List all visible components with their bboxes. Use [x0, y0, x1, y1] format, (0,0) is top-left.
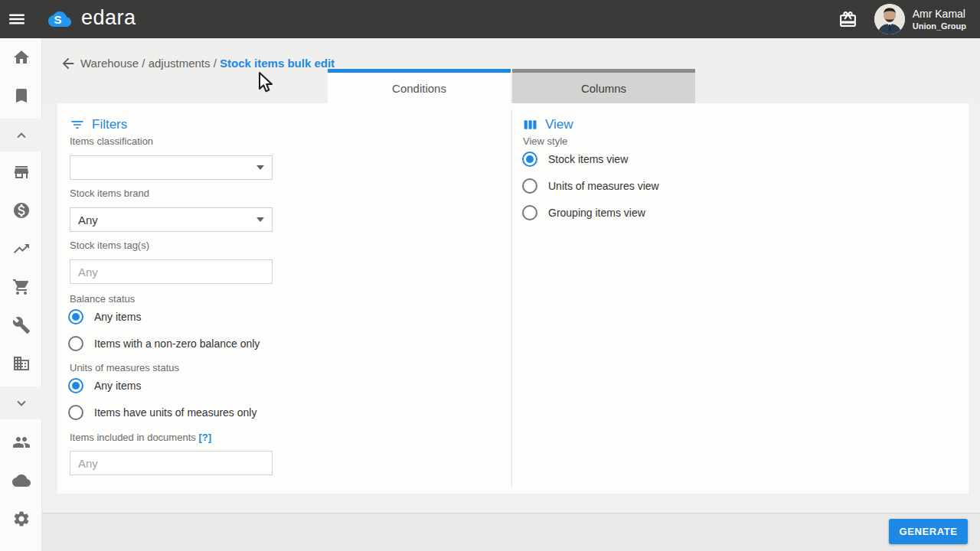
user-menu[interactable]: Amr Kamal Union_Group	[913, 8, 966, 31]
balance-status-option-any[interactable]: Any items	[68, 309, 141, 324]
breadcrumb: Warehouse / adjustments / Stock items bu…	[80, 57, 335, 70]
filter-icon	[70, 117, 85, 132]
user-name: Amr Kamal	[913, 8, 966, 21]
help-link[interactable]: [?]	[198, 432, 211, 443]
dropdown-caret-icon	[256, 165, 264, 170]
balance-status-label: Balance status	[70, 293, 135, 305]
balance-status-option-nonzero[interactable]: Items with a non-zero balance only	[68, 336, 260, 351]
main-panel: Filters Items classification Stock items…	[57, 103, 969, 494]
cart-icon	[12, 278, 31, 296]
home-icon	[12, 48, 31, 67]
radio-checked-icon[interactable]	[68, 309, 83, 324]
wrench-icon	[12, 316, 31, 334]
people-icon	[12, 433, 31, 452]
sidebar-item-reports[interactable]	[0, 233, 42, 265]
radio-label: Grouping items view	[548, 207, 645, 219]
sidebar-item-finance[interactable]	[0, 194, 42, 227]
stock-items-tags-label: Stock items tag(s)	[70, 240, 149, 251]
items-classification-label: Items classification	[70, 135, 153, 147]
view-option-grouping-items[interactable]: Grouping items view	[522, 205, 645, 220]
radio-label: Items with a non-zero balance only	[94, 337, 260, 350]
money-icon	[12, 201, 31, 220]
sidebar-item-bookmarks[interactable]	[0, 80, 42, 112]
sidebar-item-store[interactable]	[0, 156, 42, 188]
columns-view-icon	[523, 117, 538, 132]
tab-columns[interactable]: Columns	[512, 69, 695, 103]
menu-icon[interactable]	[0, 0, 34, 38]
cloud-icon	[12, 471, 31, 490]
items-classification-select[interactable]	[70, 155, 273, 180]
brand-name: edara	[81, 8, 136, 31]
trending-up-icon	[12, 240, 31, 258]
svg-text:S: S	[54, 13, 61, 26]
view-style-label: View style	[523, 135, 567, 147]
radio-unchecked-icon[interactable]	[68, 336, 83, 351]
sidebar-item-tools[interactable]	[0, 309, 42, 341]
sidebar-item-company[interactable]	[0, 347, 42, 380]
stock-items-brand-select[interactable]: Any	[70, 207, 273, 232]
breadcrumb-path[interactable]: Warehouse / adjustments /	[80, 57, 220, 70]
chevron-down-icon	[13, 395, 30, 412]
view-option-units-of-measures[interactable]: Units of measures view	[522, 178, 659, 194]
building-icon	[12, 354, 31, 373]
back-arrow-icon[interactable]	[60, 55, 78, 73]
radio-label: Items have units of measures only	[94, 406, 256, 419]
radio-unchecked-icon[interactable]	[522, 178, 537, 194]
avatar[interactable]	[874, 4, 905, 34]
radio-unchecked-icon[interactable]	[522, 205, 537, 220]
units-status-option-any[interactable]: Any items	[68, 378, 141, 393]
radio-label: Stock items view	[548, 153, 628, 165]
generate-button[interactable]: GENERATE	[889, 519, 968, 544]
footer-bar	[0, 514, 980, 551]
breadcrumb-current: Stock items bulk edit	[220, 57, 335, 70]
edara-logo[interactable]: S edara	[44, 8, 136, 31]
dropdown-caret-icon	[256, 217, 264, 222]
bookmark-icon	[12, 86, 31, 105]
radio-checked-icon[interactable]	[522, 152, 537, 167]
chevron-up-icon	[13, 127, 30, 144]
edara-cloud-logo: S	[44, 8, 75, 31]
store-icon	[12, 163, 31, 181]
stock-items-brand-value: Any	[78, 214, 98, 227]
tab-conditions[interactable]: Conditions	[328, 69, 511, 103]
sidebar-item-settings[interactable]	[0, 503, 42, 535]
panel-divider	[511, 109, 512, 487]
gift-icon[interactable]	[833, 0, 864, 38]
view-option-stock-items[interactable]: Stock items view	[522, 152, 628, 167]
radio-label: Any items	[94, 311, 141, 323]
sidebar-item-home[interactable]	[0, 41, 42, 73]
radio-unchecked-icon[interactable]	[68, 405, 83, 420]
filters-title-label: Filters	[92, 117, 127, 132]
units-status-label: Units of measures status	[70, 362, 179, 373]
gear-icon	[12, 510, 31, 528]
radio-label: Any items	[94, 380, 141, 392]
view-section-title: View	[523, 117, 573, 132]
breadcrumb-bar: Warehouse / adjustments / Stock items bu…	[42, 38, 980, 103]
sidebar	[0, 38, 42, 551]
items-in-documents-input[interactable]	[70, 451, 273, 475]
sidebar-item-users[interactable]	[0, 426, 42, 458]
filters-section-title: Filters	[70, 117, 127, 132]
radio-label: Units of measures view	[548, 180, 659, 192]
sidebar-collapse-down[interactable]	[0, 386, 42, 419]
sidebar-item-sales[interactable]	[0, 271, 42, 303]
stock-items-brand-label: Stock items brand	[70, 187, 149, 199]
sidebar-item-cloud[interactable]	[0, 465, 42, 497]
user-org: Union_Group	[913, 21, 966, 31]
units-status-option-have-units[interactable]: Items have units of measures only	[68, 405, 256, 420]
items-in-documents-label: Items included in documents [?]	[70, 432, 211, 443]
sidebar-collapse-up[interactable]	[0, 119, 42, 152]
radio-checked-icon[interactable]	[68, 378, 83, 393]
stock-items-tags-input[interactable]	[70, 259, 273, 284]
view-title-label: View	[545, 117, 573, 132]
topbar: S edara Amr Kamal Union_Group	[0, 0, 980, 38]
